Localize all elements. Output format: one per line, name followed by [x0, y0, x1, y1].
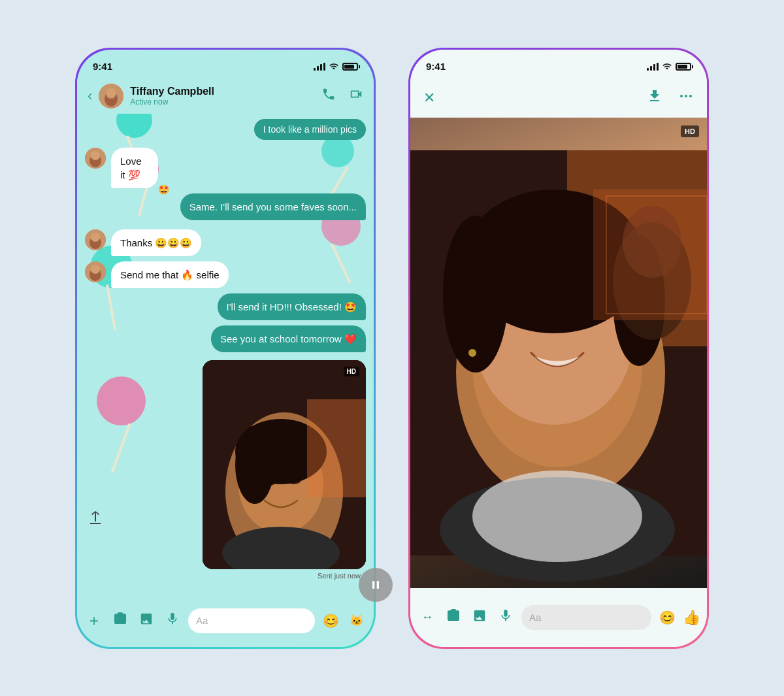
active-status: Active now: [130, 97, 315, 107]
left-status-bar: 9:41: [77, 50, 374, 78]
message-bubble: See you at school tomorrow ❤️: [211, 325, 366, 352]
close-button[interactable]: ✕: [423, 90, 435, 107]
svg-point-25: [689, 95, 692, 97]
msg-avatar: [85, 229, 106, 250]
sticker-button[interactable]: 🐱: [346, 614, 367, 627]
left-phone-screen: 9:41: [77, 50, 374, 647]
svg-point-20: [235, 425, 274, 504]
back-button[interactable]: ‹: [88, 88, 92, 105]
left-phone: 9:41: [75, 48, 376, 649]
right-phone: 9:41: [408, 48, 709, 649]
header-actions: [321, 87, 363, 105]
left-bottom-bar: +: [77, 595, 374, 647]
right-input-placeholder: Aa: [529, 612, 541, 623]
right-mic-button[interactable]: [495, 608, 516, 626]
message-bubble: Thanks 😀😀😀: [111, 229, 201, 256]
call-button[interactable]: [321, 87, 336, 105]
svg-point-3: [106, 88, 116, 97]
svg-point-12: [91, 265, 100, 274]
message-bubble: Send me that 🔥 selfie: [111, 261, 229, 288]
left-phone-border: 9:41: [75, 48, 376, 649]
svg-point-23: [680, 95, 683, 97]
svg-point-24: [685, 95, 687, 97]
message-row: I'll send it HD!!! Obsessed! 🤩: [85, 293, 366, 320]
mic-button[interactable]: [162, 612, 183, 629]
full-video-view[interactable]: HD: [410, 118, 707, 588]
hd-badge-full: HD: [681, 125, 699, 137]
thumbsup-button[interactable]: 👍: [683, 609, 700, 626]
contact-name: Tiffany Campbell: [130, 86, 315, 97]
video-call-button[interactable]: [349, 87, 363, 105]
right-emoji-button[interactable]: 😊: [657, 610, 678, 625]
msg-avatar: [85, 148, 106, 169]
message-bubble: I'll send it HD!!! Obsessed! 🤩: [218, 293, 366, 320]
right-phone-border: 9:41: [408, 48, 709, 649]
viewer-header: ✕: [410, 78, 707, 118]
right-status-icons: [647, 61, 691, 71]
message-row: Send me that 🔥 selfie: [85, 261, 366, 288]
message-row: Thanks 😀😀😀: [85, 229, 366, 256]
message-row: Same. I'll send you some faves soon...: [85, 193, 366, 220]
right-status-bar: 9:41: [410, 50, 707, 78]
signal-icon: [647, 63, 659, 71]
message-row: See you at school tomorrow ❤️: [85, 325, 366, 352]
chat-messages: I took like a million pics Love it 💯 🤩: [77, 114, 374, 595]
contact-info: Tiffany Campbell Active now: [130, 86, 315, 107]
message-input[interactable]: Aa: [188, 608, 315, 633]
wifi-icon: [329, 61, 339, 71]
expand-button[interactable]: ↔: [417, 610, 438, 624]
right-camera-button[interactable]: [443, 608, 464, 626]
svg-rect-39: [593, 190, 707, 320]
image-button[interactable]: [136, 612, 157, 629]
add-button[interactable]: +: [84, 612, 105, 630]
input-placeholder: Aa: [196, 615, 208, 626]
battery-icon: [676, 63, 691, 71]
message-bubble: Same. I'll send you some faves soon...: [180, 193, 366, 220]
msg-avatar: [85, 261, 106, 282]
message-bubble: Love it 💯: [111, 148, 158, 188]
pause-button[interactable]: [359, 568, 393, 602]
right-bottom-bar: ↔: [410, 588, 707, 647]
left-status-icons: [314, 61, 358, 71]
more-options-button[interactable]: [678, 88, 694, 108]
chat-header: ‹ Tiffany Campbell Active now: [77, 78, 374, 114]
svg-rect-22: [307, 399, 366, 497]
contact-avatar: [99, 84, 123, 108]
hd-badge: HD: [344, 367, 359, 376]
left-time: 9:41: [93, 61, 112, 72]
share-button[interactable]: [88, 511, 103, 529]
signal-icon: [314, 63, 325, 71]
svg-point-34: [468, 349, 476, 357]
right-time: 9:41: [426, 61, 446, 72]
svg-point-36: [472, 471, 642, 562]
svg-point-6: [91, 151, 100, 160]
right-image-button[interactable]: [469, 608, 490, 626]
right-phone-screen: 9:41: [410, 50, 707, 647]
message-cutoff: I took like a million pics: [254, 119, 366, 140]
sent-label: Sent just now: [85, 572, 366, 580]
message-row: Love it 💯 🤩: [85, 148, 366, 188]
svg-point-32: [443, 216, 508, 373]
video-message[interactable]: HD: [85, 360, 366, 569]
battery-icon: [342, 63, 358, 71]
wifi-icon: [662, 61, 672, 71]
camera-button[interactable]: [110, 612, 131, 629]
svg-point-9: [91, 233, 100, 242]
viewer-actions: [647, 88, 694, 108]
download-button[interactable]: [647, 88, 662, 108]
emoji-button[interactable]: 😊: [320, 613, 341, 629]
right-message-input[interactable]: Aa: [521, 605, 651, 630]
